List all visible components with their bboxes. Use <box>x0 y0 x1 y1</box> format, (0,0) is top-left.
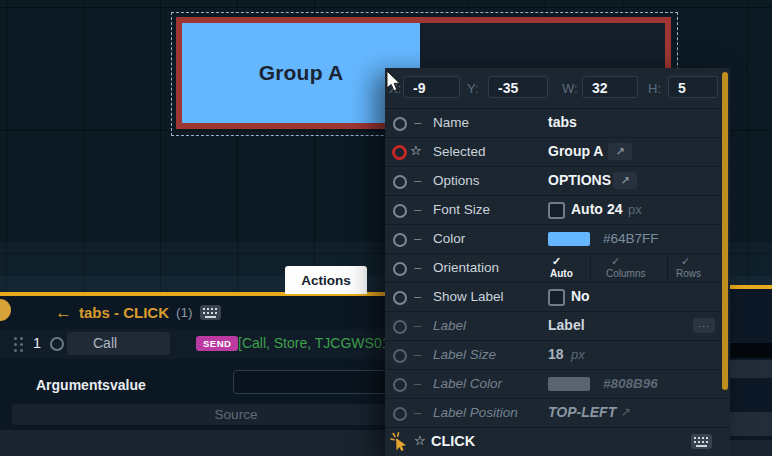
label-size-unit: px <box>571 347 585 362</box>
label-value[interactable]: Label <box>548 317 585 333</box>
dash-icon: – <box>414 289 421 304</box>
step-radio-icon[interactable] <box>50 337 64 351</box>
orientation-option-auto[interactable]: ✓ Auto <box>548 255 590 281</box>
row-label: Label Position <box>433 405 518 420</box>
action-type-button[interactable]: Call <box>67 332 170 355</box>
h-input[interactable]: 5 <box>668 76 718 98</box>
arguments-field-label: value <box>110 377 146 393</box>
mouse-cursor <box>386 70 402 97</box>
more-button[interactable]: ··· <box>693 318 715 333</box>
label-color-swatch[interactable] <box>548 377 590 391</box>
actions-tab[interactable]: Actions <box>285 266 367 294</box>
link-arrow-icon: ↗ <box>621 405 631 419</box>
row-label-size[interactable]: – Label Size 18 px <box>385 340 730 369</box>
color-swatch[interactable] <box>548 232 590 246</box>
star-icon[interactable]: ☆ <box>410 143 422 158</box>
y-input[interactable]: -35 <box>488 76 548 98</box>
background-row <box>730 343 772 358</box>
row-label: Options <box>433 173 480 188</box>
dash-icon: – <box>414 115 421 130</box>
binding-ring-icon[interactable] <box>393 407 407 421</box>
background-row <box>730 440 772 456</box>
app-screen: Group A Actions ← tabs - CLICK (1) 1 Cal… <box>0 0 772 456</box>
color-hex-value[interactable]: #64B7FF <box>603 231 659 246</box>
action-editor-header: ← tabs - CLICK (1) <box>55 301 221 323</box>
dash-icon: – <box>414 405 421 420</box>
show-label-checkbox[interactable] <box>548 289 565 306</box>
binding-ring-icon[interactable] <box>393 320 407 334</box>
row-show-label[interactable]: – Show Label No <box>385 282 730 311</box>
name-value[interactable]: tabs <box>548 114 577 130</box>
auto-checkbox[interactable] <box>548 202 565 219</box>
binding-ring-icon[interactable] <box>393 291 407 305</box>
dash-icon: – <box>414 260 421 275</box>
breadcrumb: tabs - CLICK <box>79 304 169 321</box>
edge-badge[interactable] <box>0 299 11 321</box>
binding-ring-icon[interactable] <box>393 262 407 276</box>
binding-ring-icon[interactable] <box>393 233 407 247</box>
label-position-value[interactable]: TOP-LEFT <box>548 404 616 420</box>
properties-panel: X: -9 Y: -35 W: 32 H: 5 – Name tabs ☆ Se… <box>385 68 730 456</box>
back-arrow-icon[interactable]: ← <box>55 304 72 321</box>
open-link-button[interactable]: ↗ <box>608 143 632 160</box>
row-label-position[interactable]: – Label Position TOP-LEFT ↗ <box>385 398 730 427</box>
label-size-value[interactable]: 18 <box>548 346 564 362</box>
binding-ring-active-icon[interactable] <box>392 145 407 160</box>
dash-icon: – <box>414 231 421 246</box>
dash-icon: – <box>414 376 421 391</box>
background-row <box>730 360 772 378</box>
w-input[interactable]: 32 <box>582 76 638 98</box>
row-label-color[interactable]: – Label Color #808B96 <box>385 369 730 398</box>
x-input[interactable]: -9 <box>403 76 460 98</box>
options-value[interactable]: OPTIONS <box>548 172 611 188</box>
drag-handle-icon[interactable] <box>14 337 17 340</box>
row-label: Label <box>433 318 466 333</box>
arguments-section-label: Arguments <box>36 377 110 393</box>
show-label-value: No <box>571 288 590 304</box>
action-count: (1) <box>176 305 193 320</box>
grid-line <box>0 7 772 8</box>
label-color-hex-value[interactable]: #808B96 <box>603 376 658 391</box>
binding-ring-icon[interactable] <box>393 378 407 392</box>
dash-icon: – <box>414 318 421 333</box>
step-number: 1 <box>33 335 41 351</box>
row-font-size[interactable]: – Font Size Auto 24 px <box>385 195 730 224</box>
y-label: Y: <box>467 81 479 96</box>
binding-ring-icon[interactable] <box>393 204 407 218</box>
panel-scrollbar[interactable] <box>722 72 728 390</box>
row-click-action[interactable]: ☆ CLICK <box>385 427 730 456</box>
row-label: Selected <box>433 144 486 159</box>
row-label-text[interactable]: – Label Label ··· <box>385 311 730 340</box>
dash-icon: – <box>414 347 421 362</box>
keyboard-icon[interactable] <box>691 434 712 449</box>
w-label: W: <box>562 81 578 96</box>
h-label: H: <box>648 81 661 96</box>
row-label: Label Color <box>433 376 502 391</box>
open-link-button[interactable]: ↗ <box>613 172 637 189</box>
binding-ring-icon[interactable] <box>393 349 407 363</box>
binding-ring-icon[interactable] <box>393 117 407 131</box>
keyboard-icon[interactable] <box>200 305 221 320</box>
row-label: Font Size <box>433 202 490 217</box>
star-icon[interactable]: ☆ <box>414 433 426 448</box>
row-label: Name <box>433 115 469 130</box>
row-orientation[interactable]: – Orientation ✓ Auto ✓ Columns ✓ Rows <box>385 253 730 282</box>
orientation-option-columns[interactable]: ✓ Columns <box>590 255 668 281</box>
row-color[interactable]: – Color #64B7FF <box>385 224 730 253</box>
position-size-row: X: -9 Y: -35 W: 32 H: 5 <box>385 68 730 108</box>
row-name[interactable]: – Name tabs <box>385 108 730 137</box>
font-size-value[interactable]: 24 <box>607 201 623 217</box>
send-badge: SEND <box>196 336 238 351</box>
panel-divider-line <box>730 285 772 289</box>
font-size-unit: px <box>628 202 642 217</box>
background-row <box>730 412 772 436</box>
binding-ring-icon[interactable] <box>393 175 407 189</box>
check-icon: ✓ <box>552 255 561 268</box>
orientation-option-rows[interactable]: ✓ Rows <box>667 255 728 281</box>
selected-value[interactable]: Group A <box>548 143 603 159</box>
check-icon: ✓ <box>611 255 620 268</box>
row-options[interactable]: – Options OPTIONS ↗ <box>385 166 730 195</box>
tab-group-a-label: Group A <box>259 61 344 85</box>
row-selected[interactable]: ☆ Selected Group A ↗ <box>385 137 730 166</box>
auto-label: Auto <box>571 201 603 217</box>
